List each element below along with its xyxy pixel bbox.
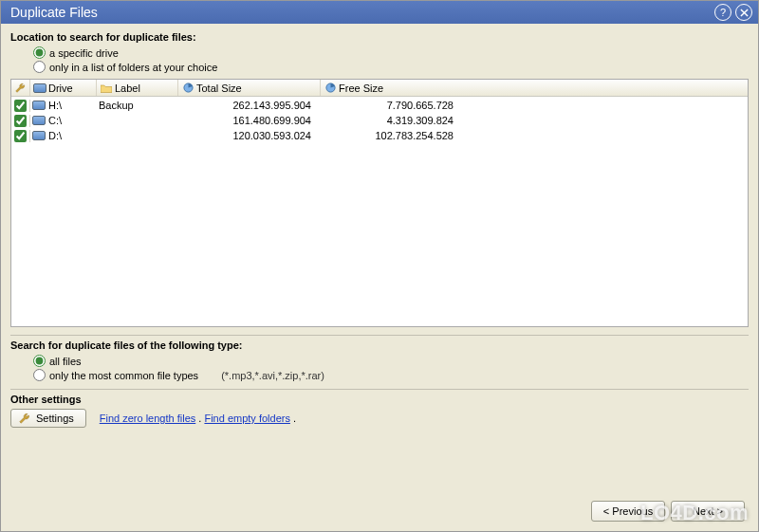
drive-checkbox[interactable]	[14, 130, 27, 142]
folder-icon	[101, 83, 112, 94]
drive-free: 102.783.254.528	[321, 130, 463, 141]
location-heading: Location to search for duplicate files:	[10, 31, 749, 43]
settings-button-label: Settings	[36, 413, 74, 424]
radio-all-files[interactable]: all files	[33, 355, 749, 367]
next-button-label: Next >	[693, 505, 723, 517]
wrench-icon	[15, 83, 26, 94]
close-button[interactable]	[735, 4, 752, 21]
separator	[10, 389, 749, 390]
separator	[10, 335, 749, 336]
table-row[interactable]: C:\161.480.699.9044.319.309.824	[11, 113, 748, 128]
file-types-example: (*.mp3,*.avi,*.zip,*.rar)	[221, 370, 324, 381]
window-titlebar: Duplicate Files ?	[1, 1, 758, 24]
drive-icon	[32, 101, 46, 110]
drive-checkbox[interactable]	[14, 100, 27, 112]
column-total[interactable]: Total Size	[178, 80, 321, 96]
drive-label: Backup	[97, 100, 178, 111]
column-label[interactable]: Label	[97, 80, 178, 96]
link-empty-folders[interactable]: Find empty folders	[204, 413, 289, 424]
drive-total: 161.480.699.904	[178, 115, 321, 126]
drive-checkbox[interactable]	[14, 115, 27, 127]
radio-folder-list-input[interactable]	[33, 61, 46, 73]
table-row[interactable]: D:\120.030.593.024102.783.254.528	[11, 128, 748, 143]
drive-list: Drive Label Total Size Free Size	[10, 79, 749, 327]
radio-all-files-input[interactable]	[33, 355, 46, 367]
radio-common-files[interactable]: only the most common file types (*.mp3,*…	[33, 369, 749, 381]
radio-all-files-label: all files	[49, 356, 82, 367]
wrench-icon	[19, 413, 30, 424]
drive-free: 4.319.309.824	[321, 115, 463, 126]
column-check[interactable]	[11, 80, 30, 96]
window-title: Duplicate Files	[10, 5, 711, 20]
drive-list-header: Drive Label Total Size Free Size	[11, 80, 748, 97]
drive-header-icon	[34, 83, 46, 94]
radio-folder-list[interactable]: only in a list of folders at your choice	[33, 61, 749, 73]
radio-specific-drive-label: a specific drive	[49, 47, 119, 59]
column-label-label: Label	[115, 83, 140, 94]
drive-total: 262.143.995.904	[178, 100, 321, 111]
table-row[interactable]: H:\Backup262.143.995.9047.790.665.728	[11, 98, 748, 113]
drive-total: 120.030.593.024	[178, 130, 321, 141]
next-button[interactable]: Next >	[671, 501, 745, 522]
drive-icon	[32, 116, 46, 125]
radio-specific-drive-input[interactable]	[33, 46, 46, 59]
radio-folder-list-label: only in a list of folders at your choice	[49, 62, 217, 73]
previous-button-label: < Previous	[603, 505, 653, 517]
column-drive[interactable]: Drive	[30, 80, 97, 96]
radio-common-files-label: only the most common file types	[49, 370, 198, 381]
help-button[interactable]: ?	[714, 4, 731, 21]
link-zero-length[interactable]: Find zero length files	[100, 413, 196, 424]
pie-icon	[324, 83, 336, 94]
drive-free: 7.790.665.728	[321, 100, 463, 111]
pie-icon	[182, 83, 194, 94]
previous-button[interactable]: < Previous	[591, 501, 665, 522]
column-drive-label: Drive	[48, 83, 73, 94]
other-heading: Other settings	[10, 394, 749, 405]
settings-button[interactable]: Settings	[10, 409, 86, 428]
column-total-label: Total Size	[196, 83, 242, 94]
drive-name: H:\	[48, 100, 62, 111]
radio-common-files-input[interactable]	[33, 369, 46, 381]
radio-specific-drive[interactable]: a specific drive	[33, 46, 749, 59]
drive-icon	[32, 131, 46, 140]
type-heading: Search for duplicate files of the follow…	[10, 339, 749, 351]
drive-name: C:\	[48, 115, 62, 126]
column-free[interactable]: Free Size	[321, 80, 463, 96]
column-free-label: Free Size	[339, 83, 383, 94]
drive-name: D:\	[48, 130, 62, 141]
